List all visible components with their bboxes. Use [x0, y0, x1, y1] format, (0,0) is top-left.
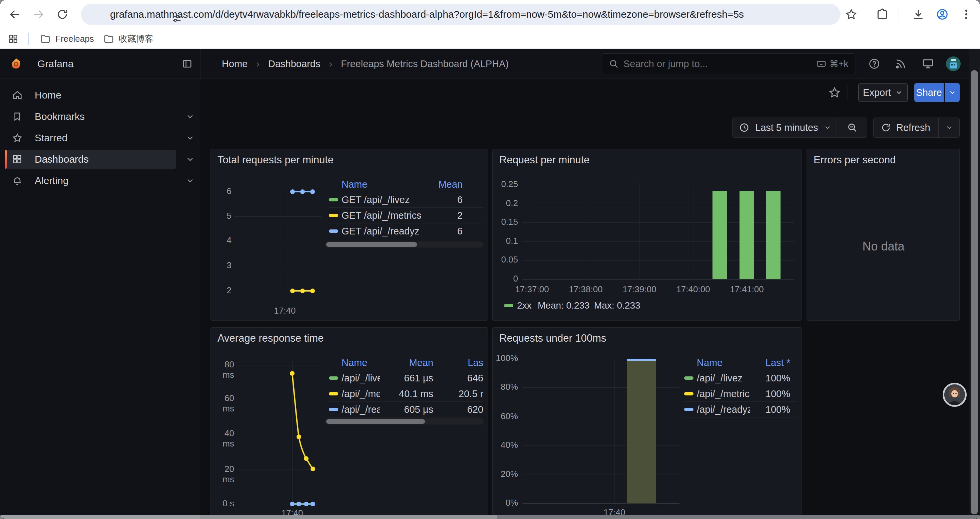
table-row[interactable]: GET /api/_/metrics 2: [329, 208, 483, 224]
panel-title[interactable]: Request per minute: [500, 154, 590, 166]
bookmark-label: 收藏博客: [119, 33, 153, 45]
download-icon[interactable]: [912, 8, 924, 21]
col-name[interactable]: Name: [329, 179, 426, 190]
url-bar[interactable]: [81, 4, 840, 25]
vertical-scrollbar-track[interactable]: [969, 49, 980, 519]
refresh-icon: [881, 123, 891, 133]
site-settings-icon[interactable]: [171, 13, 183, 24]
timeseries-plot[interactable]: 6 5 4 3 2 17:40: [211, 169, 324, 310]
no-data-message: No data: [807, 240, 960, 254]
y-tick: 0%: [493, 498, 518, 508]
group-divider: [837, 118, 837, 137]
breadcrumb: Home › Dashboards › Freeleaps Metrics Da…: [222, 49, 509, 79]
breadcrumb-dashboards[interactable]: Dashboards: [268, 58, 320, 69]
url-input[interactable]: [110, 9, 840, 20]
panel-title[interactable]: Errors per second: [813, 154, 896, 166]
sidebar-item-alerting[interactable]: Alerting: [5, 171, 176, 190]
grafana-app: Grafana Home › Dashboards › Freeleaps Me…: [0, 49, 980, 519]
profile-icon[interactable]: [936, 8, 949, 21]
user-avatar[interactable]: [946, 56, 961, 71]
help-icon[interactable]: [868, 58, 880, 70]
bar-under-100ms: [627, 361, 656, 503]
chevron-down-icon[interactable]: [185, 133, 195, 143]
y-tick: 0.2: [493, 198, 518, 208]
sidebar-item-home[interactable]: Home: [5, 86, 176, 105]
series-swatch: [684, 376, 694, 380]
extensions-icon[interactable]: [876, 8, 889, 21]
chevron-down-icon[interactable]: [185, 155, 195, 164]
reload-icon[interactable]: [56, 8, 69, 21]
col-last[interactable]: Last *: [750, 357, 790, 368]
chevron-down-icon[interactable]: [824, 124, 832, 132]
search-box[interactable]: ⌘+k: [601, 53, 856, 74]
sidebar-item-starred[interactable]: Starred: [5, 129, 176, 147]
table-row[interactable]: /api/_/readyz 100%: [684, 402, 797, 417]
browser-window: Freeleaps 收藏博客 Grafana Home: [0, 0, 980, 519]
bookmark-label: Freeleaps: [56, 34, 94, 44]
table-row[interactable]: /api/_/metrics 40.1 ms 20.5 r: [329, 386, 483, 402]
vertical-scrollbar-thumb[interactable]: [970, 70, 978, 514]
news-icon[interactable]: [895, 58, 907, 70]
sidebar-toggle-icon[interactable]: [182, 58, 192, 69]
time-range-label[interactable]: Last 5 minutes: [755, 122, 818, 133]
table-row[interactable]: GET /api/_/readyz 6: [329, 224, 483, 239]
group-divider: [938, 118, 939, 137]
col-name[interactable]: Name: [329, 357, 380, 368]
series-swatch: [329, 198, 338, 201]
folder-icon: [40, 34, 51, 44]
sidebar-item-bookmarks[interactable]: Bookmarks: [5, 107, 176, 126]
table-row[interactable]: /api/_/livez 100%: [684, 370, 797, 386]
table-header: Name Mean: [329, 177, 483, 192]
col-name[interactable]: Name: [684, 357, 750, 368]
table-scrollbar[interactable]: [325, 418, 484, 425]
dashboards-grid-icon: [12, 154, 23, 164]
chevron-down-icon[interactable]: [185, 112, 195, 121]
assistant-avatar-widget[interactable]: [943, 383, 967, 407]
legend-series[interactable]: 2xx: [517, 300, 532, 311]
share-menu-button[interactable]: [944, 83, 960, 102]
sidebar-item-label: Home: [35, 89, 61, 101]
legend-table: Name Mean GET /api/_/livez 6 GET /api/_/…: [329, 177, 483, 239]
bar-plot[interactable]: 0.25 0.2 0.15 0.1 0.05 0 1: [493, 169, 802, 321]
time-range-group: Last 5 minutes: [732, 118, 867, 137]
table-header: Name Mean Las: [329, 356, 483, 370]
screen-icon[interactable]: [922, 58, 934, 70]
col-mean[interactable]: Mean: [426, 179, 463, 190]
favorite-star-icon[interactable]: [828, 86, 841, 99]
chevron-down-icon[interactable]: [945, 124, 953, 132]
panel-request-per-minute: Request per minute 0.25 0.2 0.15 0.1 0.0…: [492, 149, 802, 321]
col-mean[interactable]: Mean: [380, 357, 433, 368]
col-last[interactable]: Las: [433, 357, 483, 368]
back-icon[interactable]: [9, 8, 21, 21]
menu-kebab-icon[interactable]: [960, 8, 973, 21]
table-row[interactable]: /api/_/livez 661 µs 646: [329, 370, 483, 386]
share-button[interactable]: Share: [914, 83, 943, 102]
search-input[interactable]: [624, 58, 816, 69]
series-swatch: [684, 408, 694, 411]
refresh-group: Refresh: [873, 118, 960, 137]
breadcrumb-home[interactable]: Home: [222, 58, 248, 69]
apps-grid-icon[interactable]: [8, 34, 19, 44]
bookmark-folder-freeleaps[interactable]: Freeleaps: [40, 32, 94, 45]
chevron-down-icon[interactable]: [185, 176, 195, 185]
bookmark-folder-blogs[interactable]: 收藏博客: [103, 32, 153, 45]
panel-title[interactable]: Total requests per minute: [218, 154, 334, 166]
series-swatch: [329, 392, 338, 395]
export-button[interactable]: Export: [858, 83, 908, 102]
bookmark-icon: [12, 111, 23, 122]
brand-name: Grafana: [37, 58, 73, 69]
sidebar-item-dashboards[interactable]: Dashboards: [5, 150, 176, 169]
table-scrollbar[interactable]: [325, 241, 484, 248]
table-row[interactable]: GET /api/_/livez 6: [329, 192, 483, 208]
grafana-logo-icon[interactable]: [10, 57, 23, 70]
horizontal-scrollbar-thumb[interactable]: [200, 515, 497, 519]
forward-icon[interactable]: [32, 8, 45, 21]
zoom-out-icon[interactable]: [847, 122, 858, 133]
table-row[interactable]: /api/_/readyz 605 µs 620: [329, 402, 483, 417]
refresh-label[interactable]: Refresh: [896, 122, 930, 133]
bookmark-star-icon[interactable]: [845, 8, 858, 21]
y-tick: 40%: [493, 440, 518, 450]
y-tick: 100%: [493, 353, 518, 363]
table-row[interactable]: /api/_/metrics 100%: [684, 386, 797, 402]
horizontal-scrollbar-track[interactable]: [497, 515, 980, 519]
